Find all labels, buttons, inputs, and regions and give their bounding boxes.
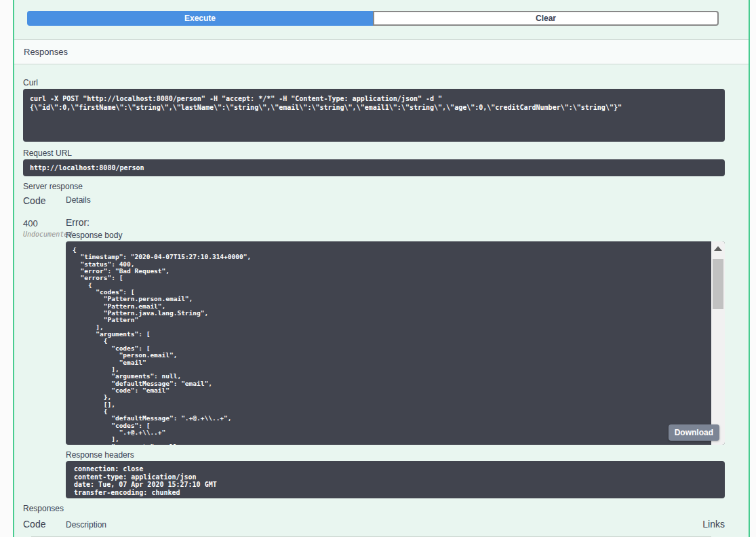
doc-column-description: Description: [66, 520, 702, 530]
execute-wrapper: Execute Clear: [27, 11, 719, 26]
curl-label: Curl: [23, 78, 725, 87]
response-headers-label: Response headers: [66, 450, 725, 460]
doc-column-code: Code: [23, 519, 66, 530]
curl-command: curl -X POST "http://localhost:8080/pers…: [23, 89, 725, 142]
column-header-code: Code: [23, 195, 66, 206]
response-headers-value: connection: close content-type: applicat…: [66, 461, 725, 498]
scrollbar-thumb[interactable]: [713, 259, 723, 309]
server-response-table-header: Code Details: [23, 195, 725, 206]
error-title: Error:: [66, 217, 725, 228]
request-url-label: Request URL: [23, 148, 725, 158]
scrollbar-track[interactable]: [711, 241, 725, 445]
request-url-value: http://localhost:8080/person: [23, 159, 725, 176]
status-code-cell: 400 Undocumented: [23, 217, 66, 498]
responses-section-title: Responses: [24, 47, 68, 57]
column-header-details: Details: [66, 195, 725, 206]
scroll-up-button[interactable]: [711, 241, 725, 255]
doc-column-links: Links: [702, 519, 725, 530]
status-code: 400: [23, 218, 38, 228]
responses-doc-label: Responses: [23, 504, 725, 513]
server-response-row: 400 Undocumented Error: Response body { …: [23, 217, 725, 498]
response-body-wrapper: { "timestamp": "2020-04-07T15:27:10.314+…: [66, 241, 725, 445]
response-body-json: { "timestamp": "2020-04-07T15:27:10.314+…: [66, 241, 725, 445]
execute-button[interactable]: Execute: [27, 11, 373, 26]
operation-panel: Execute Clear Responses Curl curl -X POS…: [13, 0, 750, 537]
download-button[interactable]: Download: [669, 424, 719, 441]
responses-inner: Curl curl -X POST "http://localhost:8080…: [14, 78, 749, 537]
scroll-up-arrow-icon: [714, 246, 722, 251]
status-undocumented-note: Undocumented: [23, 231, 66, 238]
responses-section-header: Responses: [14, 39, 749, 64]
server-response-label: Server response: [23, 182, 725, 191]
response-details-cell: Error: Response body { "timestamp": "202…: [66, 217, 725, 498]
clear-button[interactable]: Clear: [373, 11, 719, 26]
response-body-label: Response body: [66, 231, 725, 240]
responses-doc-table-header: Code Description Links: [23, 519, 725, 530]
